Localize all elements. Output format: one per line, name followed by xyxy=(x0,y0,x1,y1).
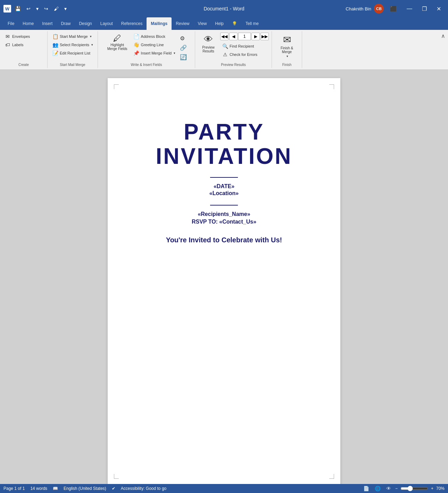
select-recipients-arrow: ▾ xyxy=(91,43,93,47)
location-field: «Location» xyxy=(156,190,292,197)
write-insert-group-label: Write & Insert Fields xyxy=(131,61,162,67)
start-mail-merge-content: 📋 Start Mail Merge ▾ 👥 Select Recipients… xyxy=(50,33,95,61)
start-mail-merge-btn[interactable]: 📋 Start Mail Merge ▾ xyxy=(50,33,95,40)
highlight-merge-fields-btn[interactable]: 🖊 HighlightMerge Fields xyxy=(105,33,130,52)
tab-insert[interactable]: Insert xyxy=(38,17,57,30)
close-btn[interactable]: ✕ xyxy=(433,4,445,14)
minimize-btn[interactable]: — xyxy=(403,4,416,13)
nav-next-btn[interactable]: ▶ xyxy=(251,33,260,40)
tab-help[interactable]: Help xyxy=(211,17,228,30)
create-buttons: ✉ Envelopes 🏷 Labels xyxy=(3,33,44,49)
title-bar-right: Chaknith Bin CB ⬛ — ❐ ✕ xyxy=(346,4,445,14)
tab-draw[interactable]: Draw xyxy=(57,17,75,30)
address-block-btn[interactable]: 📄 Address Block xyxy=(132,33,177,40)
tab-file[interactable]: File xyxy=(3,17,18,30)
tab-mailings[interactable]: Mailings xyxy=(147,17,172,30)
labels-label: Labels xyxy=(12,43,23,47)
highlight-icon: 🖊 xyxy=(113,34,122,42)
ribbon-display-btn[interactable]: ⬛ xyxy=(387,4,400,14)
create-group-content: ✉ Envelopes 🏷 Labels xyxy=(3,33,44,61)
match-fields-btn[interactable]: 🔗 xyxy=(179,43,188,52)
update-labels-btn[interactable]: 🔄 xyxy=(179,53,188,61)
check-errors-label: Check for Errors xyxy=(230,52,257,57)
nav-first-btn[interactable]: ◀◀ xyxy=(220,33,229,40)
save-quick-btn[interactable]: 💾 xyxy=(13,5,23,12)
tab-review[interactable]: Review xyxy=(172,17,193,30)
check-errors-btn[interactable]: ⚠ Check for Errors xyxy=(220,51,269,58)
highlight-label: HighlightMerge Fields xyxy=(107,43,127,51)
divider-1 xyxy=(210,177,238,178)
preview-nav-col: ◀◀ ◀ ▶ ▶▶ 🔍 Find Recipient ⚠ Check for E… xyxy=(220,33,269,58)
tab-tellme[interactable]: Tell me xyxy=(241,17,263,30)
party-title-line1: PARTY xyxy=(156,120,292,144)
start-mail-merge-buttons: 📋 Start Mail Merge ▾ 👥 Select Recipients… xyxy=(50,33,95,57)
corner-tl xyxy=(114,84,119,89)
edit-recipient-list-btn[interactable]: 📝 Edit Recipient List xyxy=(50,49,95,57)
nav-page-input[interactable] xyxy=(238,33,251,40)
ribbon-tab-bar: File Home Insert Draw Design Layout Refe… xyxy=(0,17,448,30)
nav-prev-btn[interactable]: ◀ xyxy=(229,33,238,40)
word-count: 14 words xyxy=(30,486,47,491)
doc-content: PARTY INVITATION «DATE» «Location» «Reci… xyxy=(156,120,292,244)
address-block-label: Address Block xyxy=(141,34,165,39)
tab-layout[interactable]: Layout xyxy=(96,17,117,30)
finish-icon: ✉ xyxy=(283,34,291,45)
user-avatar[interactable]: CB xyxy=(374,4,384,14)
finish-arrow: ▾ xyxy=(287,55,288,58)
check-errors-icon: ⚠ xyxy=(222,52,228,57)
find-recipient-btn[interactable]: 🔍 Find Recipient xyxy=(220,42,269,50)
tab-design[interactable]: Design xyxy=(75,17,96,30)
web-view-btn[interactable]: 🌐 xyxy=(373,485,382,492)
select-recipients-icon: 👥 xyxy=(52,42,58,48)
greeting-line-btn[interactable]: 👋 Greeting Line xyxy=(132,41,177,49)
print-layout-view-btn[interactable]: 📄 xyxy=(362,485,371,492)
greeting-line-icon: 👋 xyxy=(133,42,140,48)
edit-recipient-label: Edit Recipient List xyxy=(60,51,90,55)
tab-lightbulb[interactable]: 💡 xyxy=(228,17,241,30)
nav-row: ◀◀ ◀ ▶ ▶▶ xyxy=(220,33,269,40)
insert-merge-field-btn[interactable]: 📌 Insert Merge Field ▾ xyxy=(132,49,177,57)
undo-btn[interactable]: ↩ xyxy=(25,5,32,12)
format-painter-btn[interactable]: 🖌 xyxy=(52,5,60,12)
invite-text: You're Invited to Celebrate with Us! xyxy=(156,236,292,244)
nav-last-btn[interactable]: ▶▶ xyxy=(260,33,269,40)
address-block-icon: 📄 xyxy=(133,34,140,39)
insert-merge-field-label: Insert Merge Field xyxy=(141,51,172,55)
rules-btn[interactable]: ⚙ xyxy=(179,34,188,43)
user-name: Chaknith Bin xyxy=(346,6,371,11)
zoom-plus-icon: + xyxy=(431,486,433,491)
finish-merge-btn[interactable]: ✉ Finish &Merge ▾ xyxy=(275,33,299,59)
restore-btn[interactable]: ❐ xyxy=(418,4,430,14)
find-recipient-icon: 🔍 xyxy=(222,43,228,49)
envelopes-btn[interactable]: ✉ Envelopes xyxy=(3,33,44,40)
insert-merge-field-arrow: ▾ xyxy=(174,51,175,55)
redo-btn[interactable]: ↪ xyxy=(42,5,50,12)
find-recipient-label: Find Recipient xyxy=(230,44,254,48)
tab-view[interactable]: View xyxy=(194,17,211,30)
status-bar-right: 📄 🌐 👁 − + 70% xyxy=(362,485,445,492)
qat-dropdown-btn[interactable]: ▾ xyxy=(63,5,68,12)
ribbon-group-create: ✉ Envelopes 🏷 Labels Create xyxy=(0,31,48,68)
zoom-level: 70% xyxy=(436,486,445,491)
envelopes-label: Envelopes xyxy=(12,34,30,39)
edit-recipients-icon: 📝 xyxy=(52,50,58,56)
ribbon-group-finish: ✉ Finish &Merge ▾ Finish xyxy=(272,31,302,68)
start-merge-arrow: ▾ xyxy=(90,35,92,38)
ribbon: ✉ Envelopes 🏷 Labels Create 📋 Start Mail… xyxy=(0,30,448,70)
start-mail-merge-group-label: Start Mail Merge xyxy=(60,61,85,67)
ribbon-group-write-insert: 🖊 HighlightMerge Fields 📄 Address Block … xyxy=(98,31,195,68)
language: English (United States) xyxy=(64,486,106,491)
write-insert-content: 🖊 HighlightMerge Fields 📄 Address Block … xyxy=(105,33,188,61)
preview-results-btn[interactable]: 👁 PreviewResults xyxy=(198,33,219,55)
zoom-minus-icon: − xyxy=(395,486,398,491)
labels-btn[interactable]: 🏷 Labels xyxy=(3,41,44,49)
ribbon-collapse-btn[interactable]: ∧ xyxy=(438,31,448,41)
focus-view-btn[interactable]: 👁 xyxy=(385,485,392,492)
select-recipients-btn[interactable]: 👥 Select Recipients ▾ xyxy=(50,41,95,49)
greeting-line-label: Greeting Line xyxy=(141,43,164,47)
zoom-slider[interactable] xyxy=(400,486,428,491)
tab-home[interactable]: Home xyxy=(18,17,38,30)
tab-references[interactable]: References xyxy=(117,17,147,30)
envelope-icon: ✉ xyxy=(5,34,11,39)
undo-dropdown-btn[interactable]: ▾ xyxy=(34,5,40,12)
